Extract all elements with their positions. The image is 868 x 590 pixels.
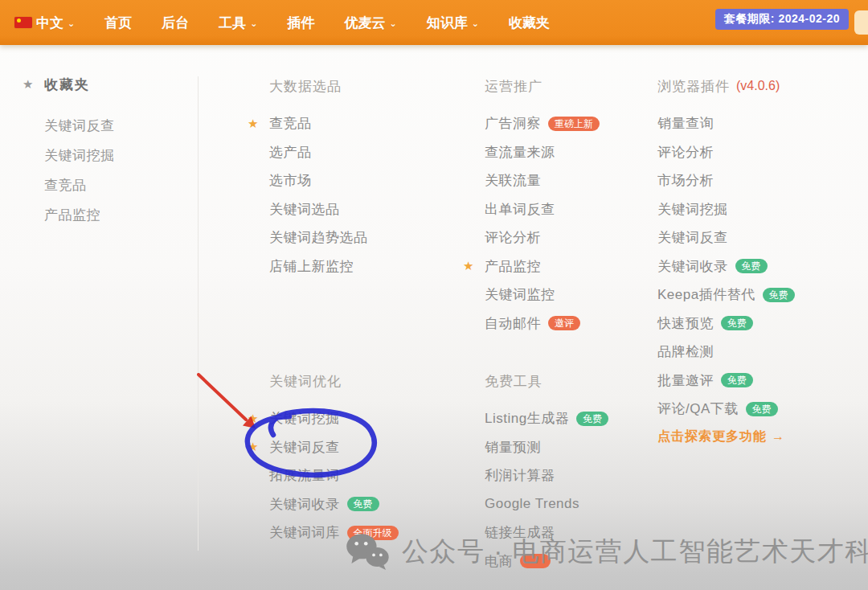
review-badge: 邀评 xyxy=(548,316,580,330)
section-keyword-opt-title: 关键词优化 xyxy=(248,366,399,396)
star-icon: ★ xyxy=(23,77,44,92)
menu-item-ad-insight[interactable]: 广告洞察重磅上新 xyxy=(463,109,600,138)
favorites-title: ★ 收藏夹 xyxy=(23,69,115,100)
menu-item-order-word-reverse[interactable]: 出单词反查 xyxy=(463,195,600,224)
menu-item-select-market[interactable]: 选市场 xyxy=(248,166,368,195)
menu-item-keyword-index-ext[interactable]: 关键词收录免费 xyxy=(657,252,795,281)
menu-item-review-qa-download[interactable]: 评论/QA下载免费 xyxy=(657,395,795,424)
nav-plugin[interactable]: 插件 xyxy=(287,14,314,32)
nav-language-label: 中文 xyxy=(36,14,63,32)
menu-item-keyword-select[interactable]: 关键词选品 xyxy=(248,195,368,224)
menu-item-related-traffic[interactable]: 关联流量 xyxy=(463,166,600,195)
menu-item-profit-calculator[interactable]: 利润计算器 xyxy=(463,461,608,490)
menu-item-sales-query[interactable]: 销量查询 xyxy=(657,109,795,138)
nav-youmaiyun-label: 优麦云 xyxy=(344,14,385,32)
menu-item-keyword-trend-select[interactable]: 关键词趋势选品 xyxy=(248,223,368,252)
favorites-sidebar: ★ 收藏夹 关键词反查 关键词挖掘 查竞品 产品监控 xyxy=(23,69,115,230)
menu-item-keepa-alternative[interactable]: Keepa插件替代免费 xyxy=(657,281,795,309)
china-flag-icon xyxy=(14,17,32,28)
section-extension: 浏览器插件 (v4.0.6) 销量查询 评论分析 市场分析 关键词挖掘 关键词反… xyxy=(657,71,795,445)
upgrade-badge: 全面升级 xyxy=(347,526,399,540)
free-badge: 免费 xyxy=(576,412,608,426)
explore-more-link[interactable]: 点击探索更多功能 → xyxy=(657,428,795,445)
menu-item-review-analysis[interactable]: 评论分析 xyxy=(463,223,600,252)
menu-item-ecommerce-obscured[interactable]: 电商 xyxy=(463,547,608,576)
free-badge: 免费 xyxy=(721,373,753,387)
menu-item-bulk-review-request[interactable]: 批量邀评免费 xyxy=(657,367,795,395)
sidebar-item-competitor-check[interactable]: 查竞品 xyxy=(44,170,115,200)
nav-favorites-label: 收藏夹 xyxy=(509,14,550,32)
menu-item-shop-new-monitor[interactable]: 店铺上新监控 xyxy=(248,252,368,281)
sidebar-divider xyxy=(198,76,199,551)
menu-item-quick-preview[interactable]: 快速预览免费 xyxy=(657,309,795,338)
menu-item-keyword-mining[interactable]: ★关键词挖掘 xyxy=(248,404,399,433)
chevron-down-icon: ⌄ xyxy=(472,18,479,29)
free-badge: 免费 xyxy=(735,259,768,273)
free-badge: 免费 xyxy=(763,288,795,302)
menu-item-review-analysis-ext[interactable]: 评论分析 xyxy=(657,138,795,167)
nav-language[interactable]: 中文 ⌄ xyxy=(14,14,75,32)
nav-backend-label: 后台 xyxy=(162,14,189,32)
menu-item-brand-check[interactable]: 品牌检测 xyxy=(657,338,795,367)
menu-item-keyword-monitor[interactable]: 关键词监控 xyxy=(463,281,600,309)
nav-home-label: 首页 xyxy=(104,14,132,32)
top-navigation: 中文 ⌄ 首页 后台 工具 ⌄ 插件 优麦云 ⌄ 知识库 ⌄ 收藏夹 套餐期限:… xyxy=(0,0,868,45)
menu-item-google-trends[interactable]: Google Trends xyxy=(463,490,608,519)
free-badge: 免费 xyxy=(347,497,379,511)
arrow-right-icon: → xyxy=(772,429,785,444)
section-free-tools: 免费工具 Listing生成器免费 销量预测 利润计算器 Google Tren… xyxy=(463,366,608,576)
nav-backend[interactable]: 后台 xyxy=(162,14,189,32)
menu-item-market-analysis[interactable]: 市场分析 xyxy=(657,166,795,195)
section-extension-title: 浏览器插件 (v4.0.6) xyxy=(657,71,795,101)
nav-favorites[interactable]: 收藏夹 xyxy=(509,14,550,32)
menu-item-keyword-reverse[interactable]: ★关键词反查 xyxy=(248,433,399,462)
nav-tools-label: 工具 xyxy=(219,14,246,32)
free-badge: 免费 xyxy=(746,402,778,416)
favorites-title-label: 收藏夹 xyxy=(44,76,90,94)
star-icon: ★ xyxy=(248,440,269,454)
section-free-tools-title: 免费工具 xyxy=(463,366,608,396)
nav-youmaiyun[interactable]: 优麦云 ⌄ xyxy=(344,14,396,32)
sidebar-item-keyword-reverse[interactable]: 关键词反查 xyxy=(44,111,115,141)
menu-item-sales-forecast[interactable]: 销量预测 xyxy=(463,433,608,462)
red-arrow-line xyxy=(199,375,246,420)
plan-expiry-badge: 套餐期限: 2024-02-20 xyxy=(715,9,849,30)
menu-item-link-generator[interactable]: 链接生成器 xyxy=(463,518,608,547)
nav-tools[interactable]: 工具 ⌄ xyxy=(219,14,257,32)
extension-title-label: 浏览器插件 xyxy=(657,77,730,96)
menu-item-keyword-index[interactable]: 关键词收录免费 xyxy=(248,490,399,519)
star-icon: ★ xyxy=(463,259,485,273)
cutoff-nav-icon xyxy=(854,10,868,35)
section-operation-title: 运营推广 xyxy=(463,71,600,101)
nav-knowledge[interactable]: 知识库 ⌄ xyxy=(427,14,479,32)
sidebar-item-product-monitor[interactable]: 产品监控 xyxy=(44,200,115,230)
menu-item-keyword-mining-ext[interactable]: 关键词挖掘 xyxy=(657,195,795,224)
section-big-data: 大数据选品 ★查竞品 选产品 选市场 关键词选品 关键词趋势选品 店铺上新监控 xyxy=(248,71,368,281)
menu-item-expand-traffic-words[interactable]: 拓展流量词 xyxy=(248,461,399,490)
menu-item-select-product[interactable]: 选产品 xyxy=(248,138,368,167)
star-icon: ★ xyxy=(248,117,269,131)
section-keyword-opt: 关键词优化 ★关键词挖掘 ★关键词反查 拓展流量词 关键词收录免费 关键词词库全… xyxy=(248,366,399,547)
chevron-down-icon: ⌄ xyxy=(250,18,257,29)
star-icon: ★ xyxy=(248,412,269,426)
chevron-down-icon: ⌄ xyxy=(68,18,75,29)
sidebar-item-keyword-mining[interactable]: 关键词挖掘 xyxy=(44,141,115,170)
menu-item-product-monitor[interactable]: ★产品监控 xyxy=(463,252,600,281)
menu-item-listing-generator[interactable]: Listing生成器免费 xyxy=(463,404,608,433)
menu-item-keyword-thesaurus[interactable]: 关键词词库全面升级 xyxy=(248,518,399,547)
nav-plugin-label: 插件 xyxy=(287,14,314,32)
orange-badge xyxy=(520,554,551,568)
section-operation: 运营推广 广告洞察重磅上新 查流量来源 关联流量 出单词反查 评论分析 ★产品监… xyxy=(463,71,600,338)
menu-item-competitor-check[interactable]: ★查竞品 xyxy=(248,109,368,138)
new-badge: 重磅上新 xyxy=(548,117,600,131)
chevron-down-icon: ⌄ xyxy=(389,18,396,29)
section-big-data-title: 大数据选品 xyxy=(248,71,368,101)
extension-version: (v4.0.6) xyxy=(736,79,780,93)
menu-item-auto-email[interactable]: 自动邮件邀评 xyxy=(463,309,600,338)
page: 中文 ⌄ 首页 后台 工具 ⌄ 插件 优麦云 ⌄ 知识库 ⌄ 收藏夹 套餐期限:… xyxy=(0,0,868,590)
free-badge: 免费 xyxy=(721,316,753,330)
menu-item-traffic-source[interactable]: 查流量来源 xyxy=(463,138,600,167)
menu-item-keyword-reverse-ext[interactable]: 关键词反查 xyxy=(657,223,795,252)
nav-home[interactable]: 首页 xyxy=(104,14,132,32)
nav-knowledge-label: 知识库 xyxy=(427,14,468,32)
